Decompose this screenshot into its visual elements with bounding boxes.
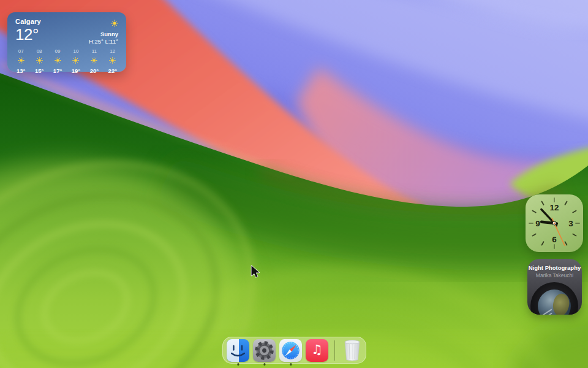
clock-numeral-3: 3 — [568, 219, 573, 228]
hour-label: 07 — [18, 48, 24, 54]
clock-face: 12 3 6 9 — [526, 194, 583, 252]
hour-label: 10 — [74, 48, 79, 54]
weather-condition-block: Sunny H:25° L:11° — [89, 18, 118, 45]
hour-temp: 22° — [108, 67, 117, 74]
weather-hour-column: 12 22° — [108, 48, 117, 74]
clock-numeral-6: 6 — [552, 235, 557, 244]
dock-item-safari[interactable] — [279, 339, 302, 362]
desktop[interactable]: Calgary 12° Sunny H:25° — [0, 0, 588, 368]
dock-item-finder[interactable] — [227, 339, 249, 362]
sun-icon — [36, 55, 43, 66]
weather-high-low: H:25° L:11° — [89, 38, 118, 45]
dock: ♫ — [222, 337, 366, 364]
safari-compass-icon — [279, 339, 302, 362]
weather-hour-column: 11 20° — [90, 48, 99, 74]
sun-icon — [111, 18, 118, 30]
photos-widget[interactable]: Night Photography Marika Takeuchi — [527, 259, 582, 315]
weather-hour-column: 07 13° — [17, 48, 25, 74]
finder-icon — [227, 339, 249, 362]
hour-label: 09 — [55, 48, 61, 54]
analog-clock-widget[interactable]: 12 3 6 9 — [526, 194, 583, 252]
sun-icon — [109, 55, 116, 66]
clock-numeral-9: 9 — [535, 219, 540, 228]
hour-temp: 13° — [17, 67, 25, 74]
hour-label: 12 — [110, 48, 115, 54]
hour-label: 11 — [92, 48, 97, 54]
sun-icon — [18, 55, 24, 66]
settings-gear-icon — [253, 339, 276, 362]
weather-current: Calgary 12° — [15, 18, 41, 43]
photo-subtitle: Marika Takeuchi — [527, 272, 582, 278]
night-photo-image — [538, 289, 571, 315]
trash-icon — [342, 338, 363, 362]
hour-temp: 15° — [35, 67, 43, 74]
weather-condition: Sunny — [89, 31, 118, 38]
hour-label: 08 — [37, 48, 42, 54]
weather-temperature: 12° — [15, 26, 41, 43]
music-note-icon: ♫ — [306, 339, 328, 362]
weather-city: Calgary — [15, 18, 41, 25]
weather-widget[interactable]: Calgary 12° Sunny H:25° — [7, 12, 126, 72]
weather-hour-column: 09 17° — [53, 48, 62, 74]
hour-temp: 20° — [90, 67, 99, 74]
sun-icon — [91, 55, 97, 66]
dock-item-system-settings[interactable] — [253, 339, 276, 362]
hour-temp: 17° — [53, 67, 62, 74]
sun-icon — [72, 55, 79, 66]
sun-icon — [55, 55, 61, 66]
dock-item-music[interactable]: ♫ — [306, 339, 328, 362]
weather-hour-column: 10 19° — [72, 48, 80, 74]
arrow-cursor — [251, 265, 260, 281]
weather-hourly-forecast: 07 13° — [15, 48, 118, 74]
hour-temp: 19° — [72, 67, 80, 74]
photo-title: Night Photography — [527, 264, 582, 271]
clock-numeral-12: 12 — [549, 203, 559, 212]
dock-item-trash[interactable] — [342, 338, 363, 362]
dock-divider — [334, 340, 335, 361]
photo-thumbnail — [530, 282, 578, 315]
weather-hour-column: 08 15° — [35, 48, 43, 74]
